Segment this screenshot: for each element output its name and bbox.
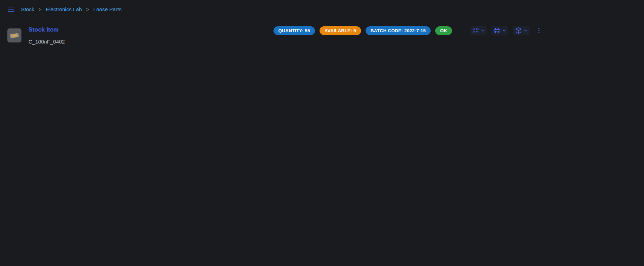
print-actions-button[interactable] [491,26,508,35]
stock-item-header: Stock Item C_100nF_0402 QUANTITY: 55 AVA… [0,18,547,53]
batch-code-badge: BATCH CODE: 2022-7-15 [366,26,431,35]
dots-vertical-icon [535,27,543,34]
available-badge: AVAILABLE: 5 [320,26,361,35]
app-window: Stock > Electronics Lab > Loose Parts St… [0,0,547,266]
printer-icon [493,27,501,34]
hamburger-menu-icon[interactable] [7,5,15,13]
barcode-actions-button[interactable] [470,26,487,35]
quantity-badge: QUANTITY: 55 [273,26,315,35]
status-ok-badge: OK [435,26,452,35]
stock-operations-button[interactable] [513,26,530,35]
breadcrumb-link-electronics-lab[interactable]: Electronics Lab [46,6,82,12]
breadcrumb-separator: > [39,6,42,12]
chevron-down-icon [502,28,507,33]
part-thumbnail[interactable] [7,28,21,42]
breadcrumb: Stock > Electronics Lab > Loose Parts [21,6,122,12]
chevron-down-icon [523,28,528,33]
top-bar: Stock > Electronics Lab > Loose Parts [0,0,547,18]
qrcode-icon [472,27,479,34]
capacitor-image [10,33,19,38]
part-name: C_100nF_0402 [28,39,65,45]
title-block: Stock Item C_100nF_0402 [28,26,65,45]
page-title: Stock Item [28,26,65,33]
header-actions [470,26,543,35]
breadcrumb-link-loose-parts[interactable]: Loose Parts [94,6,122,12]
breadcrumb-separator: > [86,6,89,12]
header-right: QUANTITY: 55 AVAILABLE: 5 BATCH CODE: 20… [273,26,543,35]
breadcrumb-link-stock[interactable]: Stock [21,6,34,12]
chevron-down-icon [480,28,485,33]
stock-operations-icon [515,27,522,34]
more-options-button[interactable] [534,26,543,35]
